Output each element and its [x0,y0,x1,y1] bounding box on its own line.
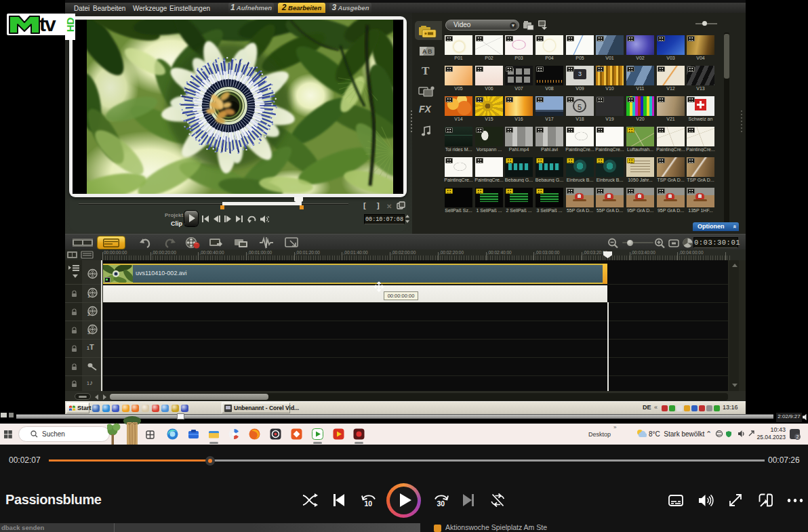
svg-text:3: 3 [87,330,90,335]
svg-text:2: 2 [87,312,90,316]
svg-text:10: 10 [365,499,373,508]
svg-text:30: 30 [437,499,445,508]
svg-text:1: 1 [87,293,90,298]
svg-text:B: B [428,48,432,55]
svg-text:A: A [422,48,427,55]
